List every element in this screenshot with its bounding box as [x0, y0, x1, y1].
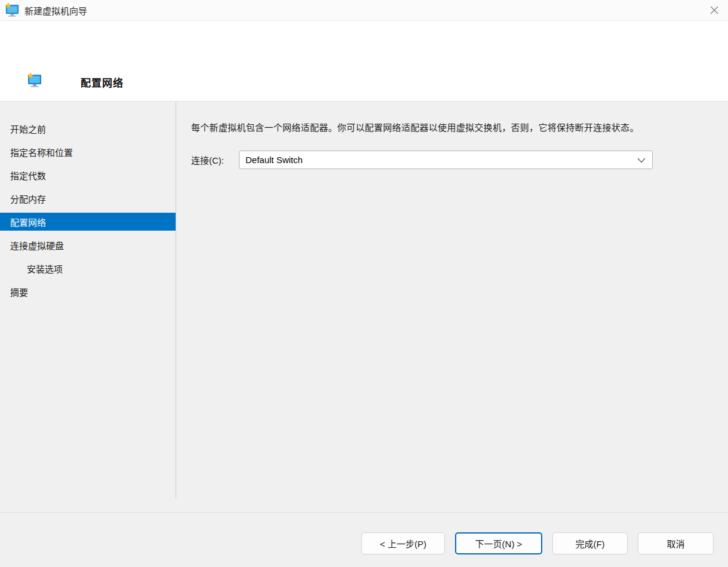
- wizard-header: 配置网络: [0, 21, 728, 102]
- window-title: 新建虚拟机向导: [24, 4, 87, 17]
- cancel-button[interactable]: 取消: [638, 532, 714, 554]
- sidebar-item-summary[interactable]: 摘要: [0, 280, 176, 304]
- vm-wizard-app-icon: [5, 3, 20, 18]
- sidebar-item-installation-options[interactable]: 安装选项: [0, 257, 176, 280]
- sidebar-item-before-you-begin[interactable]: 开始之前: [0, 117, 176, 140]
- finish-button[interactable]: 完成(F): [552, 532, 628, 554]
- sidebar-item-assign-memory[interactable]: 分配内存: [0, 187, 176, 210]
- chevron-down-icon: [637, 155, 646, 165]
- next-button[interactable]: 下一页(N) >: [455, 532, 542, 554]
- sidebar-item-connect-virtual-hard-disk[interactable]: 连接虚拟硬盘: [0, 234, 176, 257]
- wizard-steps-sidebar: 开始之前 指定名称和位置 指定代数 分配内存 配置网络 连接虚拟硬盘 安装选项 …: [0, 102, 176, 499]
- close-icon: [710, 6, 718, 14]
- wizard-footer: < 上一步(P) 下一页(N) > 完成(F) 取消: [0, 512, 728, 567]
- previous-button[interactable]: < 上一步(P): [361, 532, 445, 554]
- vm-monitor-icon: [27, 73, 42, 88]
- page-title: 配置网络: [81, 75, 124, 90]
- wizard-body: 开始之前 指定名称和位置 指定代数 分配内存 配置网络 连接虚拟硬盘 安装选项 …: [0, 102, 728, 512]
- sidebar-item-specify-name-location[interactable]: 指定名称和位置: [0, 140, 176, 164]
- title-bar: 新建虚拟机向导: [0, 0, 728, 21]
- connection-row: 连接(C): Default Switch: [191, 151, 728, 169]
- close-button[interactable]: [701, 0, 728, 20]
- page-description: 每个新虚拟机包含一个网络适配器。你可以配置网络适配器以使用虚拟交换机，否则，它将…: [191, 121, 728, 133]
- page-content: 每个新虚拟机包含一个网络适配器。你可以配置网络适配器以使用虚拟交换机，否则，它将…: [176, 102, 728, 512]
- sidebar-item-specify-generation[interactable]: 指定代数: [0, 164, 176, 187]
- connection-selected-value: Default Switch: [245, 155, 637, 165]
- connection-label: 连接(C):: [191, 154, 239, 166]
- sidebar-item-configure-networking[interactable]: 配置网络: [0, 213, 176, 231]
- connection-dropdown[interactable]: Default Switch: [239, 151, 653, 169]
- new-vm-wizard-window: 新建虚拟机向导 配置网络 开始之前 指定名称和位置 指定代数: [0, 0, 728, 567]
